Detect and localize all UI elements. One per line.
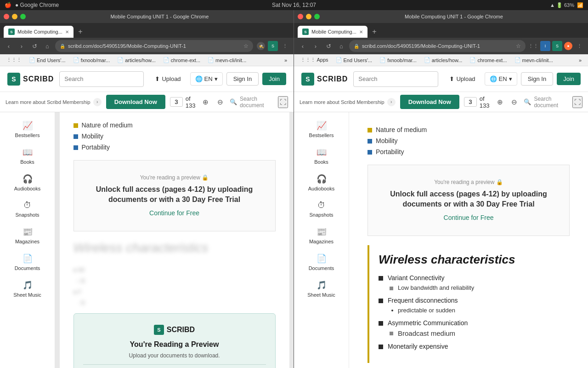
left-bm-4[interactable]: 📄 chrome-ext... [160, 56, 203, 64]
right-bm-3[interactable]: 📄 articles/how... [421, 56, 465, 64]
left-bm-1[interactable]: 📄 End Users'... [26, 56, 68, 64]
left-sheetmusic-label: Sheet Music [13, 292, 41, 298]
right-doc-viewer[interactable]: Nature of medium Mobility Portability 3 [349, 112, 588, 368]
right-signin-btn[interactable]: Sign In [521, 72, 553, 86]
right-bm-more[interactable]: » [576, 57, 584, 64]
right-bm-5[interactable]: 📄 mevn-cli/init... [512, 56, 556, 64]
right-back-btn[interactable]: ‹ [298, 41, 308, 51]
right-text-bandwidth: Low bandwidth and reliability [398, 284, 474, 291]
left-sidebar-sheetmusic[interactable]: 🎵 Sheet Music [0, 276, 55, 302]
left-signin-btn[interactable]: Sign In [226, 72, 259, 86]
left-sidebar-bestsellers[interactable]: 📈 Bestsellers [0, 116, 55, 143]
right-sidebar-sheetmusic[interactable]: 🎵 Sheet Music [294, 276, 349, 302]
left-bestsellers-label: Bestsellers [15, 132, 40, 138]
left-forward-btn[interactable]: › [17, 41, 27, 51]
right-page-input[interactable] [464, 97, 477, 107]
left-membership-banner[interactable]: Learn more about Scribd Membership › [6, 98, 102, 106]
right-ext3[interactable]: S [552, 41, 562, 51]
left-active-tab[interactable]: S Mobile Computing... ✕ [4, 26, 74, 38]
right-lock-icon: 🔒 [354, 44, 359, 49]
left-bm-2[interactable]: 📄 fxnoob/mar... [70, 56, 113, 64]
right-home-btn[interactable]: ⌂ [336, 41, 346, 51]
right-page-nav: of 133 [464, 95, 491, 109]
left-search-input[interactable] [60, 75, 144, 82]
right-close-btn[interactable] [298, 14, 303, 19]
right-new-tab-btn[interactable]: + [368, 26, 380, 38]
left-back-btn[interactable]: ‹ [4, 41, 14, 51]
right-scribd-logo[interactable]: S SCRIBD [301, 73, 348, 86]
left-zoom-out-btn[interactable]: ⊖ [215, 96, 225, 108]
left-address-bar[interactable]: 🔒 scribd.com/doc/54905195/Mobile-Computi… [55, 40, 253, 52]
left-min-btn[interactable] [12, 14, 17, 19]
left-max-btn[interactable] [20, 14, 26, 19]
left-bm-3[interactable]: 📄 articles/how... [114, 56, 158, 64]
left-bm-apps[interactable]: ⋮⋮⋮ [4, 56, 24, 64]
right-fullscreen-btn[interactable]: ⛶ [572, 96, 582, 108]
right-more-btn[interactable]: ⋮ [574, 41, 584, 51]
right-zoom-in-btn[interactable]: ⊕ [495, 96, 505, 108]
left-page-input[interactable] [170, 97, 183, 107]
left-sidebar-snapshots[interactable]: ⏱ Snapshots [0, 196, 55, 222]
right-sidebar-documents[interactable]: 📄 Documents [294, 249, 349, 276]
right-forward-btn[interactable]: › [311, 41, 321, 51]
right-sidebar-books[interactable]: 📖 Books [294, 143, 349, 169]
right-magazines-icon: 📰 [317, 227, 327, 237]
right-ext1[interactable]: ⋮⋮ [528, 41, 538, 51]
right-search-box[interactable]: 🔍 [353, 71, 438, 87]
left-sidebar-magazines[interactable]: 📰 Magazines [0, 222, 55, 249]
right-doc-search[interactable]: 🔍 Search document [524, 96, 568, 109]
left-search-box[interactable]: 🔍 [59, 71, 144, 87]
right-join-btn[interactable]: Join [557, 73, 581, 85]
right-sidebar-snapshots[interactable]: ⏱ Snapshots [294, 196, 349, 222]
left-sidebar-documents[interactable]: 📄 Documents [0, 249, 55, 276]
left-continue-link[interactable]: Continue for Free [149, 209, 199, 217]
right-reload-btn[interactable]: ↺ [323, 41, 334, 51]
left-sidebar-books[interactable]: 📖 Books [0, 143, 55, 169]
left-upload-btn[interactable]: ⬆ Upload [149, 73, 186, 85]
left-home-btn[interactable]: ⌂ [42, 41, 52, 51]
left-content-nature: Nature of medium [74, 121, 276, 129]
left-sidebar-audiobooks[interactable]: 🎧 Audiobooks [0, 169, 55, 196]
right-ext4[interactable]: ● [564, 42, 572, 50]
left-bm-5[interactable]: 📄 mevn-cli/init... [205, 56, 249, 64]
left-more-btn[interactable]: ⋮ [280, 41, 290, 51]
right-search-input[interactable] [354, 75, 438, 82]
right-bm-apps[interactable]: ⋮⋮⋮ Apps [298, 56, 331, 64]
left-close-btn[interactable] [4, 14, 9, 19]
left-download-btn[interactable]: Download Now [106, 95, 165, 109]
left-bm-more[interactable]: » [282, 57, 290, 64]
left-reload-btn[interactable]: ↺ [29, 41, 40, 51]
left-doc-search[interactable]: 🔍 Search document [230, 96, 273, 109]
left-ext1[interactable]: S [268, 41, 278, 51]
right-membership-banner[interactable]: Learn more about Scribd Membership › [300, 98, 396, 106]
left-fullscreen-btn[interactable]: ⛶ [278, 96, 288, 108]
right-sidebar-bestsellers[interactable]: 📈 Bestsellers [294, 116, 349, 143]
right-ext2[interactable]: I [540, 41, 550, 51]
right-active-tab[interactable]: S Mobile Computing... ✕ [298, 26, 368, 38]
left-scribd-logo[interactable]: S SCRIBD [7, 73, 54, 86]
right-min-btn[interactable] [306, 14, 311, 19]
right-sidebar-audiobooks[interactable]: 🎧 Audiobooks [294, 169, 349, 196]
right-star-icon[interactable]: ☆ [516, 43, 521, 49]
right-bm-2[interactable]: 📄 fxnoob/mar... [377, 56, 419, 64]
right-upload-btn[interactable]: ⬆ Upload [444, 73, 481, 85]
left-zoom-in-btn[interactable]: ⊕ [201, 96, 210, 108]
left-doc-viewer[interactable]: Nature of medium Mobility Portability 3 [55, 112, 294, 368]
left-lang-btn[interactable]: 🌐 EN ▾ [190, 72, 223, 86]
left-card-logo: S SCRIBD [83, 325, 266, 335]
right-tab-close[interactable]: ✕ [359, 29, 363, 34]
right-continue-link[interactable]: Continue for Free [444, 214, 494, 221]
right-lang-btn[interactable]: 🌐 EN ▾ [485, 72, 517, 86]
right-max-btn[interactable] [314, 14, 320, 19]
left-tab-close[interactable]: ✕ [65, 29, 69, 34]
right-download-btn[interactable]: Download Now [400, 95, 459, 109]
right-zoom-out-btn[interactable]: ⊖ [509, 96, 519, 108]
left-bullet-nature [74, 123, 78, 128]
left-join-btn[interactable]: Join [262, 73, 286, 85]
right-bm-4[interactable]: 📄 chrome-ext... [467, 56, 509, 64]
right-sidebar-magazines[interactable]: 📰 Magazines [294, 222, 349, 249]
left-new-tab-btn[interactable]: + [74, 26, 86, 38]
left-star-icon[interactable]: ☆ [243, 43, 249, 49]
right-bm-1[interactable]: 📄 End Users'... [333, 56, 375, 64]
right-address-bar[interactable]: 🔒 scribd.com/doc/54905195/Mobile-Computi… [349, 40, 526, 52]
